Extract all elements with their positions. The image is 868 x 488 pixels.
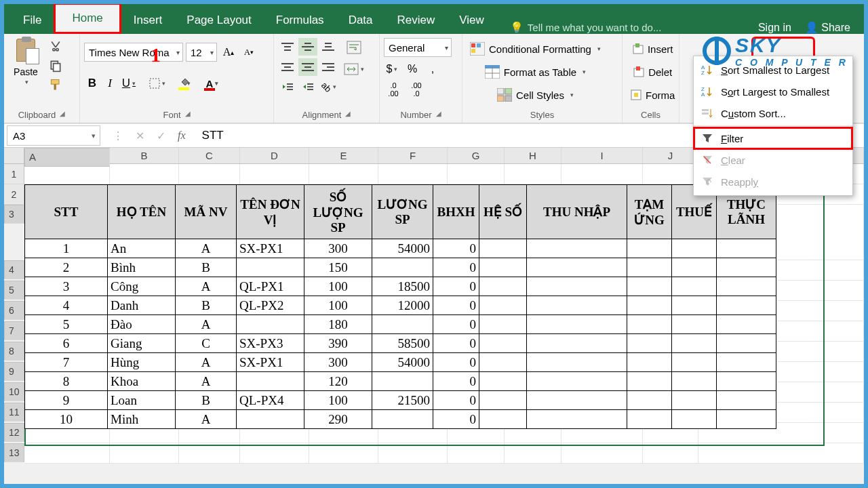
grow-font-button[interactable]: A▴ <box>220 43 237 62</box>
cell-styles-icon <box>497 88 512 102</box>
row-header-6[interactable]: 6 <box>4 301 24 320</box>
fx-icon[interactable]: fx <box>178 129 186 142</box>
menu-custom-sort[interactable]: Custom Sort... <box>694 102 852 124</box>
lightbulb-icon: 💡 <box>510 21 524 34</box>
row-header-10[interactable]: 10 <box>4 382 24 401</box>
fill-color-button[interactable] <box>176 75 199 92</box>
svg-rect-2 <box>51 80 59 85</box>
insert-cells-button[interactable]: Insert <box>627 39 678 58</box>
format-as-table-button[interactable]: Format as Table <box>467 62 604 81</box>
menu-filter[interactable]: Filter <box>694 127 852 149</box>
col-header-A[interactable]: A <box>24 148 110 167</box>
tab-insert[interactable]: Insert <box>121 7 175 34</box>
align-bottom-button[interactable] <box>319 38 338 56</box>
align-right-button[interactable] <box>319 58 338 76</box>
tab-file[interactable]: File <box>11 7 54 34</box>
increase-indent-button[interactable] <box>298 79 317 95</box>
svg-rect-6 <box>287 86 293 87</box>
font-size-select[interactable]: 12▾ <box>186 43 217 62</box>
percent-button[interactable]: % <box>404 61 420 77</box>
cancel-formula-button[interactable]: ✕ <box>136 129 144 142</box>
col-header-D[interactable]: D <box>240 148 309 163</box>
col-header-E[interactable]: E <box>309 148 378 163</box>
conditional-formatting-button[interactable]: Conditional Formatting <box>467 39 604 58</box>
clipboard-launcher[interactable]: ◢ <box>60 110 65 120</box>
italic-button[interactable]: I <box>102 75 118 92</box>
decrease-decimal-button[interactable]: .00.0 <box>407 81 426 98</box>
col-header-J[interactable]: J <box>643 148 698 163</box>
bold-button[interactable]: B <box>84 75 100 92</box>
tab-review[interactable]: Review <box>385 7 448 34</box>
format-cells-button[interactable]: Forma <box>627 85 678 104</box>
tab-home[interactable]: Home <box>54 3 121 34</box>
align-top-button[interactable] <box>278 38 297 56</box>
select-all-corner[interactable] <box>4 148 24 163</box>
clear-filter-icon <box>701 153 714 167</box>
menu-reapply: Reapply <box>694 171 852 192</box>
row-header-12[interactable]: 12 <box>4 423 24 442</box>
custom-sort-icon <box>701 106 714 120</box>
row-header-1[interactable]: 1 <box>4 164 24 184</box>
reapply-icon <box>701 175 714 188</box>
cut-button[interactable] <box>43 39 68 54</box>
delete-icon <box>633 66 645 78</box>
row-header-13[interactable]: 13 <box>4 443 24 462</box>
align-center-button[interactable] <box>298 58 317 76</box>
sort-desc-icon: ZA <box>701 85 714 98</box>
row-header-4[interactable]: 4 <box>4 260 24 279</box>
col-header-I[interactable]: I <box>561 148 643 163</box>
signin-link[interactable]: Sign in <box>758 22 791 34</box>
currency-button[interactable]: $ <box>384 61 400 77</box>
delete-cells-button[interactable]: Delet <box>627 62 678 81</box>
font-launcher[interactable]: ◢ <box>185 110 191 120</box>
alignment-launcher[interactable]: ◢ <box>345 110 351 120</box>
format-painter-button[interactable] <box>43 77 68 92</box>
row-header-7[interactable]: 7 <box>4 321 24 340</box>
worksheet[interactable]: ABCDEFGHIJ 12345678910111213 STTHỌ TÊNMÃ… <box>4 148 864 484</box>
format-as-table-icon <box>485 65 500 79</box>
name-box[interactable]: A3▾ <box>7 125 100 146</box>
svg-rect-21 <box>497 88 504 94</box>
row-header-11[interactable]: 11 <box>4 403 24 422</box>
font-color-button[interactable]: A <box>201 75 224 92</box>
borders-button[interactable] <box>148 75 167 92</box>
merge-center-button[interactable] <box>343 60 365 79</box>
col-header-B[interactable]: B <box>110 148 179 163</box>
align-middle-button[interactable] <box>298 38 317 56</box>
cell-styles-button[interactable]: Cell Styles <box>467 85 604 104</box>
row-header-3[interactable]: 3 <box>4 205 24 224</box>
orientation-button[interactable]: ab <box>319 79 339 95</box>
font-name-select[interactable]: Times New Roma▾ <box>84 43 183 62</box>
menu-sort-descending[interactable]: ZA Sort Largest to Smallest <box>694 81 852 102</box>
tab-view[interactable]: View <box>447 7 496 34</box>
number-launcher[interactable]: ◢ <box>436 110 441 120</box>
align-left-button[interactable] <box>278 58 297 76</box>
increase-decimal-button[interactable]: .0.00 <box>384 81 403 98</box>
comma-button[interactable]: , <box>425 61 441 77</box>
col-header-C[interactable]: C <box>179 148 240 163</box>
decrease-indent-button[interactable] <box>278 79 297 95</box>
row-header-5[interactable]: 5 <box>4 281 24 300</box>
col-header-G[interactable]: G <box>448 148 505 163</box>
share-button[interactable]: 👤 Share <box>805 21 850 34</box>
row-header-2[interactable]: 2 <box>4 184 24 205</box>
paste-button[interactable] <box>14 37 37 64</box>
wrap-text-button[interactable] <box>343 38 365 57</box>
tab-page-layout[interactable]: Page Layout <box>174 7 263 34</box>
underline-button[interactable]: U <box>119 75 138 92</box>
annotation-number-1: 1 <box>151 43 161 66</box>
paste-dropdown[interactable] <box>23 77 28 85</box>
col-header-F[interactable]: F <box>378 148 448 163</box>
tab-data[interactable]: Data <box>336 7 385 34</box>
tell-me[interactable]: 💡 Tell me what you want to do... <box>496 21 758 34</box>
row-header-8[interactable]: 8 <box>4 342 24 361</box>
shrink-font-button[interactable]: A▾ <box>240 43 258 62</box>
copy-button[interactable] <box>43 58 68 73</box>
svg-rect-34 <box>702 109 709 111</box>
number-format-select[interactable]: General▾ <box>384 38 452 57</box>
tab-formulas[interactable]: Formulas <box>264 7 336 34</box>
accept-formula-button[interactable]: ✓ <box>157 129 165 142</box>
row-header-9[interactable]: 9 <box>4 362 24 381</box>
person-icon: 👤 <box>805 22 818 33</box>
col-header-H[interactable]: H <box>505 148 561 163</box>
